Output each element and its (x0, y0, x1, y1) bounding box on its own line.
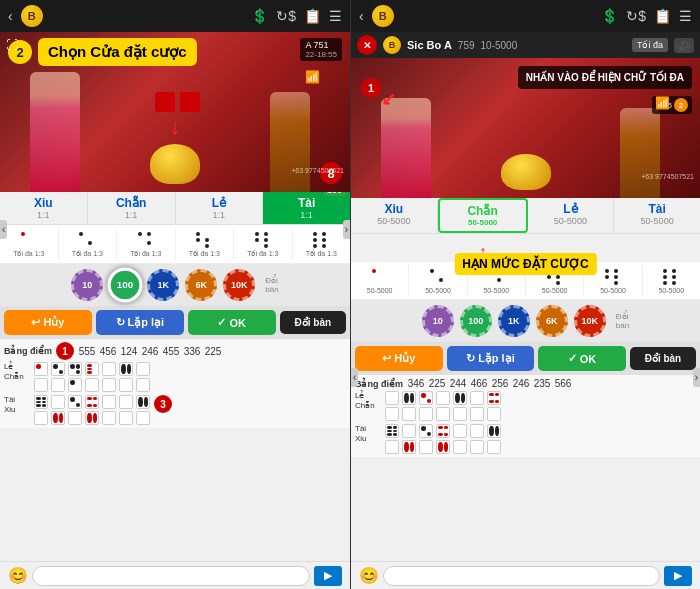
chat-input-right[interactable] (383, 566, 660, 586)
score-num-left-4: 455 (162, 346, 180, 357)
send-button-left[interactable]: ▶ (314, 566, 342, 586)
expand-icon-left[interactable]: ⛶ (6, 38, 18, 52)
refresh-icon-left[interactable]: ↻$ (276, 8, 296, 24)
chip-10-right[interactable]: 10 (422, 305, 454, 337)
dice-cell-3-left[interactable]: Tối đa 1:3 (117, 228, 176, 260)
score-board-left: Bảng điểm 1 555 456 124 246 455 336 225 … (0, 339, 350, 428)
emoji-icon-right[interactable]: 😊 (359, 566, 379, 585)
coin-icon-right: B (372, 5, 394, 27)
chip-10-left[interactable]: 10 (71, 269, 103, 301)
replay-button-right[interactable]: ↻ Lặp lại (447, 346, 535, 371)
game-id: 759 (458, 40, 475, 51)
back-icon-right[interactable]: ‹ (359, 8, 364, 24)
chat-bar-left: 😊 ▶ (0, 561, 350, 589)
row-label-tai-xiu-right: TàiXiu (355, 424, 383, 443)
list-icon-right[interactable]: 📋 (654, 8, 671, 24)
next-arrow-left[interactable]: › (343, 220, 350, 239)
score-num-right-7: 566 (554, 378, 572, 389)
phone-right: +63 9774507521 (641, 173, 694, 180)
dice-cell-6-right[interactable]: 50-5000 (643, 265, 700, 296)
back-icon-left[interactable]: ‹ (8, 8, 13, 24)
refresh-icon-right[interactable]: ↻$ (626, 8, 646, 24)
replay-button-left[interactable]: ↻ Lặp lại (96, 310, 184, 335)
list-icon-left[interactable]: 📋 (304, 8, 321, 24)
bet-col-xiu-right[interactable]: Xiu 50-5000 (351, 198, 438, 233)
wifi-icon-right: 📶 (655, 96, 670, 110)
cam-icon[interactable]: 🎥 (674, 38, 694, 53)
bet-col-tai-right[interactable]: Tài 50-5000 (614, 198, 700, 233)
score-label-right: Bảng điểm (355, 379, 403, 389)
score-num-right-0: 346 (407, 378, 425, 389)
chip-1k-left[interactable]: 1K (147, 269, 179, 301)
dice-cell-6-left[interactable]: Tối đa 1:3 (293, 228, 351, 260)
score-num-right-5: 246 (512, 378, 530, 389)
step3-bubble-left: 3 (154, 395, 172, 413)
score-label-left: Bảng điểm (4, 346, 52, 356)
prev-arrow-right[interactable]: ‹ (351, 368, 358, 387)
chip-10k-right[interactable]: 10K (574, 305, 606, 337)
chip-6k-right[interactable]: 6K (536, 305, 568, 337)
ok-button-left[interactable]: ✓ OK (188, 310, 276, 335)
bet-col-chan-right[interactable]: Chẵn 50-5000 ↑ (438, 198, 528, 233)
score-num-left-3: 246 (141, 346, 159, 357)
menu-icon-left[interactable]: ☰ (329, 8, 342, 24)
prev-arrow-left[interactable]: ‹ (0, 220, 7, 239)
dice-history-tai-xiu-right (385, 424, 501, 454)
action-row-left: ↩ Hủy ↻ Lặp lại ✓ OK Đổi bàn (0, 306, 350, 339)
score-num-right-1: 225 (428, 378, 446, 389)
dice-cell-1-left[interactable]: Tối đa 1:3 (0, 228, 59, 260)
change-table-button-left[interactable]: Đổi bàn (280, 311, 346, 334)
chat-input-left[interactable] (32, 566, 310, 586)
dice-history-le-chan-left (34, 362, 150, 392)
step1-bubble-right: 1 (361, 78, 381, 98)
bet-header-left: Xiu 1:1 Chẵn 1:1 Lẻ 1:1 Tài 1:1 100 (0, 192, 350, 225)
right-nav-bar: ‹ B 💲 ↻$ 📋 ☰ (351, 0, 700, 32)
betting-area-left: Xiu 1:1 Chẵn 1:1 Lẻ 1:1 Tài 1:1 100 ‹ › (0, 192, 350, 561)
score-num-left-2: 124 (120, 346, 138, 357)
left-panel: ‹ B 💲 ↻$ 📋 ☰ 2 Chọn Cửa đặt cược (0, 0, 350, 589)
chip-10k-left[interactable]: 10K (223, 269, 255, 301)
left-nav-bar: ‹ B 💲 ↻$ 📋 ☰ (0, 0, 350, 32)
score-num-left-6: 225 (204, 346, 222, 357)
cancel-button-left[interactable]: ↩ Hủy (4, 310, 92, 335)
dice-cell-5-left[interactable]: Tối đa 1:3 (234, 228, 293, 260)
score-board-right: Bảng điểm 346 225 244 466 256 246 235 56… (351, 375, 700, 457)
change-table-button-right[interactable]: Đổi bàn (630, 347, 696, 370)
bet-col-le-right[interactable]: Lẻ 50-5000 (528, 198, 615, 233)
doi-ban-note-left: Đổibàn (265, 276, 278, 294)
send-button-right[interactable]: ▶ (664, 566, 692, 586)
dice-cell-2-left[interactable]: Tối đa 1:3 (59, 228, 118, 260)
dice-history-tai-xiu-left (34, 395, 150, 425)
menu-icon-right[interactable]: ☰ (679, 8, 692, 24)
toi-da-button[interactable]: Tối đa (632, 38, 668, 52)
chip-100-right[interactable]: 100 (460, 305, 492, 337)
bet-col-tai-left[interactable]: Tài 1:1 100 (263, 192, 350, 224)
tai-value-badge: 100 (323, 192, 346, 196)
coin-icon-game: B (383, 36, 401, 54)
bet-col-xiu-left[interactable]: Xiu 1:1 (0, 192, 88, 224)
bet-col-chan-left[interactable]: Chẵn 1:1 (88, 192, 176, 224)
bet-col-le-left[interactable]: Lẻ 1:1 (176, 192, 264, 224)
ok-button-right[interactable]: ✓ OK (538, 346, 626, 371)
cancel-button-right[interactable]: ↩ Hủy (355, 346, 443, 371)
score-num-left-5: 336 (183, 346, 201, 357)
dollar-icon-left[interactable]: 💲 (251, 8, 268, 24)
row-label-le-chan-left: LẻChẵn (4, 362, 32, 381)
emoji-icon-left[interactable]: 😊 (8, 566, 28, 585)
chip-100-left[interactable]: 100 (108, 267, 143, 302)
dice-cell-1-right[interactable]: 50-5000 (351, 265, 409, 296)
nhap-vao-box: NHẤN VÀO ĐỂ HIỆN CHỮ TỐI ĐA (518, 66, 692, 89)
score-num-right-6: 235 (533, 378, 551, 389)
score-num-right-4: 256 (491, 378, 509, 389)
chip-1k-right[interactable]: 1K (498, 305, 530, 337)
close-button[interactable]: ✕ (357, 35, 377, 55)
han-muc-box: HẠN MỨC ĐẶT CƯỢC (454, 253, 596, 275)
next-arrow-right[interactable]: › (693, 368, 700, 387)
chip-6k-left[interactable]: 6K (185, 269, 217, 301)
game-info-bar: ✕ B Sic Bo A 759 10-5000 Tối đa 🎥 (351, 32, 700, 58)
dollar-icon-right[interactable]: 💲 (601, 8, 618, 24)
coin-icon-left: B (21, 5, 43, 27)
dice-cell-4-left[interactable]: Tối đa 1:3 (176, 228, 235, 260)
right-panel: ‹ B 💲 ↻$ 📋 ☰ ✕ B Sic Bo A 759 10-5000 Tố… (350, 0, 700, 589)
chip-row-right: 10 100 1K 6K 10K Đổibàn (351, 300, 700, 342)
